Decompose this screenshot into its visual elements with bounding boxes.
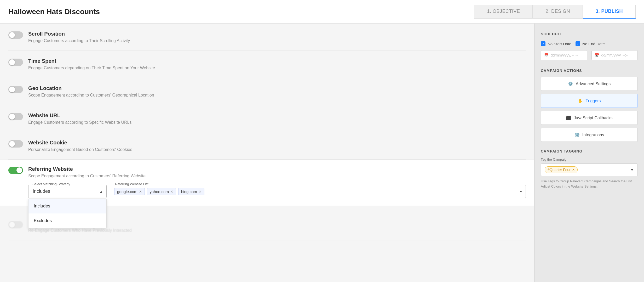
matching-strategy-dropdown: Includes Excludes bbox=[28, 199, 107, 228]
setting-desc: Engage Customers depending on Their Time… bbox=[28, 66, 526, 70]
website-cookie-toggle[interactable] bbox=[8, 140, 23, 148]
list-item: Website URL Engage Customers according t… bbox=[8, 105, 526, 132]
gear-icon: ⚙️ bbox=[574, 132, 580, 137]
geo-location-toggle[interactable] bbox=[8, 86, 23, 93]
referring-website-toggle[interactable] bbox=[8, 167, 23, 174]
remove-quarter-tag[interactable]: ✕ bbox=[572, 168, 575, 172]
referring-website-title: Referring Website bbox=[28, 166, 526, 172]
dropdown-option-excludes[interactable]: Excludes bbox=[28, 213, 106, 228]
sliders-icon: ⚙️ bbox=[568, 81, 573, 86]
main-layout: Scroll Position Engage Customers accordi… bbox=[0, 24, 644, 282]
no-start-date-checkbox[interactable]: ✓ No Start Date bbox=[541, 41, 571, 46]
website-url-toggle[interactable] bbox=[8, 113, 23, 120]
calendar-icon: 📅 bbox=[595, 53, 599, 57]
javascript-callbacks-button[interactable]: ⬛ JavaScript Callbacks bbox=[541, 111, 638, 125]
setting-desc: Engage Customers according to Their Scro… bbox=[28, 38, 526, 43]
tag-campaign-label: Tag the Campaign bbox=[541, 157, 638, 161]
checkbox-icon: ✓ bbox=[576, 41, 580, 46]
remove-tag-bing[interactable]: ✕ bbox=[199, 190, 202, 193]
matching-strategy-select[interactable]: Includes bbox=[28, 185, 107, 198]
chevron-down-icon: ▼ bbox=[519, 189, 523, 194]
triggers-label: Triggers bbox=[585, 99, 601, 103]
campaign-actions-title: CAMPAIGN ACTIONS bbox=[541, 69, 638, 73]
tab-objective[interactable]: 1. OBJECTIVE bbox=[474, 5, 533, 19]
remove-tag-yahoo[interactable]: ✕ bbox=[170, 190, 173, 193]
checkbox-icon: ✓ bbox=[541, 41, 545, 46]
time-spent-toggle[interactable] bbox=[8, 59, 23, 66]
tab-design[interactable]: 2. DESIGN bbox=[533, 5, 583, 19]
settings-list: Scroll Position Engage Customers accordi… bbox=[0, 24, 534, 160]
end-date-placeholder: dd/mm/yyyy, --:-- bbox=[601, 53, 629, 57]
referring-website-list-wrapper: Referring Website List google.com ✕ yaho… bbox=[111, 185, 526, 198]
code-icon: ⬛ bbox=[566, 115, 571, 120]
integrations-button[interactable]: ⚙️ Integrations bbox=[541, 128, 638, 142]
tag-yahoo: yahoo.com ✕ bbox=[147, 188, 176, 195]
setting-title: Geo Location bbox=[28, 85, 526, 91]
javascript-callbacks-label: JavaScript Callbacks bbox=[574, 116, 613, 120]
tab-publish[interactable]: 3. PUBLISH bbox=[583, 5, 636, 19]
schedule-checkboxes: ✓ No Start Date ✓ No End Date bbox=[541, 41, 638, 46]
re-engage-toggle[interactable] bbox=[8, 221, 23, 228]
matching-strategy-select-wrapper: Select Matching Strategy Includes ▲ Incl… bbox=[28, 185, 107, 198]
start-date-input[interactable]: 📅 dd/mm/yyyy, --:-- bbox=[541, 50, 587, 60]
no-end-date-checkbox[interactable]: ✓ No End Date bbox=[576, 41, 605, 46]
calendar-icon: 📅 bbox=[544, 53, 549, 57]
tab-bar: 1. OBJECTIVE 2. DESIGN 3. PUBLISH bbox=[474, 5, 636, 19]
setting-desc: Re-Engage Customers Who Have Previously … bbox=[28, 228, 526, 233]
start-date-placeholder: dd/mm/yyyy, --:-- bbox=[551, 53, 578, 57]
matching-strategy-label: Select Matching Strategy bbox=[31, 182, 71, 186]
triggers-button[interactable]: ✋ Triggers bbox=[541, 94, 638, 108]
website-list-label: Referring Website List bbox=[114, 182, 150, 186]
list-item: Website Cookie Personalize Engagement Ba… bbox=[8, 132, 526, 160]
end-date-input[interactable]: 📅 dd/mm/yyyy, --:-- bbox=[591, 50, 638, 60]
list-item: Time Spent Engage Customers depending on… bbox=[8, 51, 526, 78]
setting-title: Website URL bbox=[28, 112, 526, 119]
tag-select[interactable]: #Quarter Four ✕ ▼ bbox=[541, 163, 638, 176]
quarter-tag-value: #Quarter Four bbox=[548, 168, 571, 172]
matching-strategy-value: Includes bbox=[33, 189, 50, 194]
header: Halloween Hats Discounts 1. OBJECTIVE 2.… bbox=[0, 0, 644, 24]
referring-website-desc: Scope Engagement according to Customers'… bbox=[28, 174, 526, 178]
setting-title: Scroll Position bbox=[28, 31, 526, 37]
no-end-date-label: No End Date bbox=[582, 42, 605, 46]
tag-select-arrow: ▼ bbox=[630, 168, 634, 172]
setting-title: Website Cookie bbox=[28, 140, 526, 146]
tag-value: google.com bbox=[117, 189, 137, 194]
tag-bing: bing.com ✕ bbox=[178, 188, 204, 195]
setting-desc: Engage Customers according to Specific W… bbox=[28, 120, 526, 125]
remove-tag-google[interactable]: ✕ bbox=[139, 190, 142, 193]
setting-title: Time Spent bbox=[28, 58, 526, 64]
list-item: Scroll Position Engage Customers accordi… bbox=[8, 24, 526, 51]
campaign-tagging-title: CAMPAIGN TAGGING bbox=[541, 149, 638, 153]
no-start-date-label: No Start Date bbox=[548, 42, 571, 46]
hand-icon: ✋ bbox=[578, 98, 583, 103]
referring-website-controls: Select Matching Strategy Includes ▲ Incl… bbox=[28, 185, 526, 198]
tag-value: yahoo.com bbox=[150, 189, 169, 194]
referring-website-section: Referring Website Scope Engagement accor… bbox=[0, 160, 534, 206]
tag-value: bing.com bbox=[181, 189, 197, 194]
schedule-section-title: SCHEDULE bbox=[541, 32, 638, 36]
setting-desc: Scope Engagement according to Customers'… bbox=[28, 93, 526, 98]
scroll-position-toggle[interactable] bbox=[8, 31, 23, 39]
referring-website-list-input[interactable]: google.com ✕ yahoo.com ✕ bing.com ✕ bbox=[111, 185, 526, 198]
right-panel: SCHEDULE ✓ No Start Date ✓ No End Date 📅… bbox=[534, 24, 644, 282]
left-panel: Scroll Position Engage Customers accordi… bbox=[0, 24, 534, 282]
quarter-tag: #Quarter Four ✕ bbox=[545, 166, 578, 173]
tag-google: google.com ✕ bbox=[114, 188, 145, 195]
tagging-description: Use Tags to Group Relevant Campaigns and… bbox=[541, 179, 638, 189]
setting-desc: Personalize Engagement Based on Customer… bbox=[28, 147, 526, 152]
date-inputs: 📅 dd/mm/yyyy, --:-- 📅 dd/mm/yyyy, --:-- bbox=[541, 50, 638, 60]
advanced-settings-label: Advanced Settings bbox=[576, 82, 611, 86]
page-title: Halloween Hats Discounts bbox=[8, 8, 100, 16]
advanced-settings-button[interactable]: ⚙️ Advanced Settings bbox=[541, 77, 638, 91]
list-item: Geo Location Scope Engagement according … bbox=[8, 78, 526, 105]
dropdown-option-includes[interactable]: Includes bbox=[28, 199, 106, 213]
integrations-label: Integrations bbox=[582, 133, 604, 137]
